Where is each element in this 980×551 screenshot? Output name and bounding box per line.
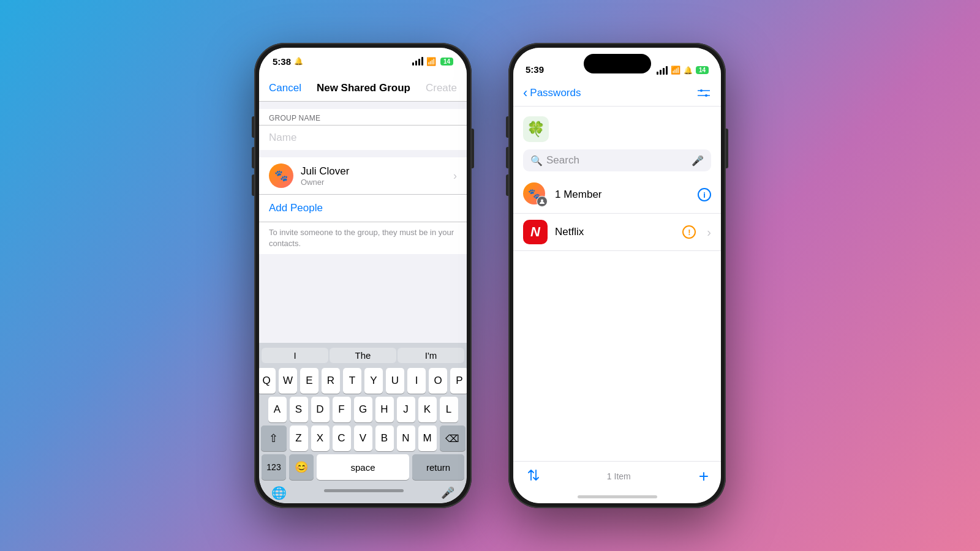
add-people-button[interactable]: Add People [269, 202, 323, 214]
netflix-chevron-icon: › [707, 225, 711, 239]
back-chevron-icon: ‹ [523, 85, 527, 101]
key-row-bottom: 123 😊 space return [259, 454, 467, 482]
back-button[interactable]: ‹ Passwords [523, 85, 581, 101]
key-u[interactable]: U [386, 368, 404, 394]
search-bar[interactable]: 🔍 🎤 [523, 149, 711, 171]
key-h[interactable]: H [375, 397, 394, 422]
members-section: 🐾 Juli Clover Owner › Add People To invi… [259, 157, 467, 254]
member-name: Juli Clover [301, 165, 446, 178]
space-key[interactable]: space [317, 454, 409, 480]
member-count-badge [537, 196, 548, 207]
search-input[interactable] [546, 154, 688, 167]
suggestion-i[interactable]: I [262, 348, 328, 363]
filter-icon[interactable] [696, 86, 711, 100]
list-item-netflix[interactable]: N Netflix ! › [513, 214, 721, 251]
key-j[interactable]: J [397, 397, 415, 422]
member-avatar: 🐾 [269, 163, 293, 188]
suggestion-im[interactable]: I'm [398, 348, 464, 363]
signal-bars [412, 57, 423, 66]
chevron-icon: › [453, 170, 457, 182]
sort-icon [526, 468, 539, 482]
battery-badge: 14 [440, 58, 453, 66]
search-bar-container: 🔍 🎤 [513, 147, 721, 176]
wifi-icon: 📶 [426, 57, 436, 66]
key-s[interactable]: S [290, 397, 308, 422]
right-bell-icon: 🔔 [684, 66, 693, 75]
netflix-icon: N [523, 220, 548, 244]
key-f[interactable]: F [333, 397, 351, 422]
key-o[interactable]: O [429, 368, 447, 394]
add-people-row[interactable]: Add People [259, 195, 467, 222]
key-w[interactable]: W [279, 368, 297, 394]
key-row-3: ⇧ Z X C V B N M ⌫ [259, 425, 467, 451]
right-home-indicator [578, 495, 657, 498]
add-button[interactable]: + [699, 468, 709, 485]
right-phone: 5:39 📶 🔔 14 ‹ Passwords [508, 43, 726, 508]
key-p[interactable]: P [450, 368, 467, 394]
passwords-app-icon: 🍀 [523, 116, 549, 142]
right-nav-actions [696, 86, 711, 100]
emoji-key[interactable]: 😊 [289, 454, 314, 480]
warning-icon[interactable]: ! [682, 225, 696, 239]
group-name-label: GROUP NAME [259, 109, 467, 125]
member-row[interactable]: 🐾 Juli Clover Owner › [259, 157, 467, 195]
left-nav-bar: Cancel New Shared Group Create [259, 75, 467, 102]
back-label[interactable]: Passwords [530, 87, 581, 99]
group-name-section: GROUP NAME [259, 109, 467, 150]
key-z[interactable]: Z [290, 425, 308, 451]
cancel-button[interactable]: Cancel [269, 82, 301, 94]
home-indicator [324, 489, 404, 492]
key-l[interactable]: L [440, 397, 458, 422]
key-row-2: A S D F G H J K L [259, 397, 467, 422]
password-list: 🐾 1 Member i N Netflix [513, 176, 721, 251]
key-m[interactable]: M [418, 425, 437, 451]
key-r[interactable]: R [322, 368, 340, 394]
backspace-key[interactable]: ⌫ [440, 425, 466, 451]
globe-icon[interactable]: 🌐 [271, 485, 287, 500]
left-phone: 5:38 🔔 📶 14 Cancel New Shared Group Crea… [254, 43, 472, 508]
key-n[interactable]: N [397, 425, 415, 451]
list-item-members[interactable]: 🐾 1 Member i [513, 176, 721, 214]
netflix-name: Netflix [555, 226, 675, 238]
key-v[interactable]: V [354, 425, 372, 451]
left-phone-screen: 5:38 🔔 📶 14 Cancel New Shared Group Crea… [259, 48, 467, 503]
right-signal-bars [657, 66, 668, 75]
key-c[interactable]: C [333, 425, 351, 451]
key-row-1: Q W E R T Y U I O P [259, 365, 467, 394]
key-b[interactable]: B [375, 425, 394, 451]
svg-point-4 [541, 200, 543, 202]
mic-icon[interactable]: 🎤 [692, 155, 704, 167]
suggestion-the[interactable]: The [330, 348, 396, 363]
member-role: Owner [301, 178, 446, 187]
microphone-icon[interactable]: 🎤 [441, 486, 454, 500]
member-count-label: 1 Member [555, 189, 690, 201]
key-x[interactable]: X [311, 425, 330, 451]
group-name-input[interactable] [259, 125, 467, 150]
key-i[interactable]: I [407, 368, 426, 394]
key-t[interactable]: T [343, 368, 361, 394]
shift-key[interactable]: ⇧ [261, 425, 287, 451]
member-list-info: 1 Member [555, 189, 690, 201]
key-y[interactable]: Y [364, 368, 383, 394]
keyboard-bottom: 🌐 🎤 [259, 482, 467, 503]
key-g[interactable]: G [354, 397, 372, 422]
key-q[interactable]: Q [259, 368, 276, 394]
right-battery-badge: 14 [696, 66, 709, 74]
key-e[interactable]: E [300, 368, 318, 394]
sort-button[interactable] [526, 468, 539, 484]
key-d[interactable]: D [311, 397, 330, 422]
key-k[interactable]: K [418, 397, 437, 422]
right-nav-bar: ‹ Passwords [513, 80, 721, 107]
member-badge: 🐾 [523, 182, 548, 207]
create-button[interactable]: Create [426, 82, 457, 94]
return-key[interactable]: return [412, 454, 464, 480]
key-a[interactable]: A [268, 397, 287, 422]
numbers-key[interactable]: 123 [262, 454, 286, 480]
item-count: 1 Item [607, 471, 631, 481]
keyboard: I The I'm Q W E R T Y U I O P A S D [259, 343, 467, 503]
invite-note: To invite someone to the group, they mus… [259, 222, 467, 254]
left-bell-icon: 🔔 [294, 57, 303, 66]
right-phone-screen: 5:39 📶 🔔 14 ‹ Passwords [513, 48, 721, 503]
right-status-icons: 📶 🔔 14 [657, 66, 709, 75]
info-button[interactable]: i [698, 188, 711, 201]
